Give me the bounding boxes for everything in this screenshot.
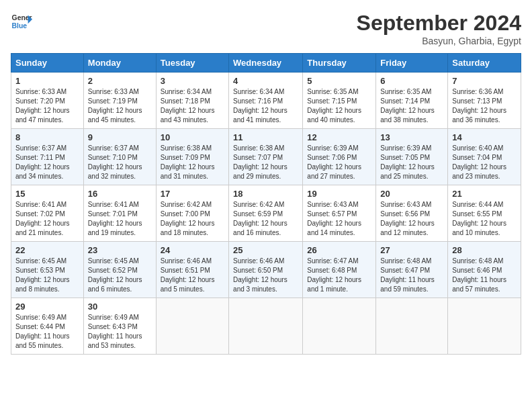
day-info: Sunrise: 6:47 AM Sunset: 6:48 PM Dayligh… xyxy=(307,257,371,294)
calendar-cell xyxy=(376,298,448,355)
day-info: Sunrise: 6:45 AM Sunset: 6:52 PM Dayligh… xyxy=(88,257,152,294)
day-number: 16 xyxy=(88,189,152,199)
day-number: 20 xyxy=(380,189,443,199)
calendar-body: 1Sunrise: 6:33 AM Sunset: 7:20 PM Daylig… xyxy=(11,73,521,355)
day-info: Sunrise: 6:46 AM Sunset: 6:51 PM Dayligh… xyxy=(161,257,224,294)
day-number: 9 xyxy=(88,132,152,142)
day-info: Sunrise: 6:42 AM Sunset: 6:59 PM Dayligh… xyxy=(233,200,298,238)
day-info: Sunrise: 6:38 AM Sunset: 7:09 PM Dayligh… xyxy=(161,144,224,181)
day-number: 30 xyxy=(88,302,152,312)
day-info: Sunrise: 6:48 AM Sunset: 6:46 PM Dayligh… xyxy=(452,257,517,294)
calendar-cell: 10Sunrise: 6:38 AM Sunset: 7:09 PM Dayli… xyxy=(156,129,228,185)
calendar-cell: 4Sunrise: 6:34 AM Sunset: 7:16 PM Daylig… xyxy=(229,73,303,129)
week-row-5: 29Sunrise: 6:49 AM Sunset: 6:44 PM Dayli… xyxy=(11,298,521,355)
day-info: Sunrise: 6:49 AM Sunset: 6:43 PM Dayligh… xyxy=(88,313,152,351)
day-info: Sunrise: 6:39 AM Sunset: 7:06 PM Dayligh… xyxy=(307,144,371,181)
calendar-cell: 8Sunrise: 6:37 AM Sunset: 7:11 PM Daylig… xyxy=(11,129,84,185)
calendar-cell: 18Sunrise: 6:42 AM Sunset: 6:59 PM Dayli… xyxy=(229,185,303,242)
calendar-cell: 24Sunrise: 6:46 AM Sunset: 6:51 PM Dayli… xyxy=(156,242,228,298)
calendar-cell xyxy=(303,298,376,355)
week-row-1: 1Sunrise: 6:33 AM Sunset: 7:20 PM Daylig… xyxy=(11,73,521,129)
month-title: September 2024 xyxy=(357,11,521,36)
calendar-cell: 13Sunrise: 6:39 AM Sunset: 7:05 PM Dayli… xyxy=(376,129,448,185)
week-row-3: 15Sunrise: 6:41 AM Sunset: 7:02 PM Dayli… xyxy=(11,185,521,242)
day-number: 6 xyxy=(380,76,443,86)
day-number: 26 xyxy=(307,245,371,255)
day-info: Sunrise: 6:35 AM Sunset: 7:14 PM Dayligh… xyxy=(380,87,443,125)
day-info: Sunrise: 6:49 AM Sunset: 6:44 PM Dayligh… xyxy=(15,313,79,351)
day-number: 29 xyxy=(15,302,79,312)
day-info: Sunrise: 6:40 AM Sunset: 7:04 PM Dayligh… xyxy=(452,144,517,181)
page-header: General Blue September 2024 Basyun, Ghar… xyxy=(11,11,521,46)
day-info: Sunrise: 6:39 AM Sunset: 7:05 PM Dayligh… xyxy=(380,144,443,181)
day-info: Sunrise: 6:34 AM Sunset: 7:16 PM Dayligh… xyxy=(233,87,298,125)
day-info: Sunrise: 6:34 AM Sunset: 7:18 PM Dayligh… xyxy=(161,87,224,125)
calendar-cell: 29Sunrise: 6:49 AM Sunset: 6:44 PM Dayli… xyxy=(11,298,84,355)
logo-icon: General Blue xyxy=(11,11,32,32)
calendar-cell: 16Sunrise: 6:41 AM Sunset: 7:01 PM Dayli… xyxy=(83,185,156,242)
calendar-cell: 25Sunrise: 6:46 AM Sunset: 6:50 PM Dayli… xyxy=(229,242,303,298)
calendar-cell: 2Sunrise: 6:33 AM Sunset: 7:19 PM Daylig… xyxy=(83,73,156,129)
weekday-header-sunday: Sunday xyxy=(11,54,84,73)
day-number: 14 xyxy=(452,132,517,142)
day-number: 27 xyxy=(380,245,443,255)
day-number: 12 xyxy=(307,132,371,142)
calendar-cell: 6Sunrise: 6:35 AM Sunset: 7:14 PM Daylig… xyxy=(376,73,448,129)
day-number: 7 xyxy=(452,76,517,86)
location: Basyun, Gharbia, Egypt xyxy=(357,36,521,46)
day-number: 21 xyxy=(452,189,517,199)
calendar-cell: 5Sunrise: 6:35 AM Sunset: 7:15 PM Daylig… xyxy=(303,73,376,129)
week-row-2: 8Sunrise: 6:37 AM Sunset: 7:11 PM Daylig… xyxy=(11,129,521,185)
day-info: Sunrise: 6:48 AM Sunset: 6:47 PM Dayligh… xyxy=(380,257,443,294)
calendar-cell: 30Sunrise: 6:49 AM Sunset: 6:43 PM Dayli… xyxy=(83,298,156,355)
day-number: 28 xyxy=(452,245,517,255)
calendar-cell xyxy=(229,298,303,355)
day-number: 15 xyxy=(15,189,79,199)
calendar-cell: 11Sunrise: 6:38 AM Sunset: 7:07 PM Dayli… xyxy=(229,129,303,185)
weekday-header-monday: Monday xyxy=(83,54,156,73)
day-info: Sunrise: 6:33 AM Sunset: 7:20 PM Dayligh… xyxy=(15,87,79,125)
weekday-header-saturday: Saturday xyxy=(448,54,521,73)
day-info: Sunrise: 6:37 AM Sunset: 7:11 PM Dayligh… xyxy=(15,144,79,181)
day-number: 17 xyxy=(161,189,224,199)
title-block: September 2024 Basyun, Gharbia, Egypt xyxy=(357,11,521,46)
calendar-cell: 26Sunrise: 6:47 AM Sunset: 6:48 PM Dayli… xyxy=(303,242,376,298)
calendar-cell: 27Sunrise: 6:48 AM Sunset: 6:47 PM Dayli… xyxy=(376,242,448,298)
day-info: Sunrise: 6:37 AM Sunset: 7:10 PM Dayligh… xyxy=(88,144,152,181)
day-number: 25 xyxy=(233,245,298,255)
calendar-cell: 14Sunrise: 6:40 AM Sunset: 7:04 PM Dayli… xyxy=(448,129,521,185)
day-number: 8 xyxy=(15,132,79,142)
logo: General Blue xyxy=(11,11,32,32)
calendar-cell: 9Sunrise: 6:37 AM Sunset: 7:10 PM Daylig… xyxy=(83,129,156,185)
calendar-cell: 1Sunrise: 6:33 AM Sunset: 7:20 PM Daylig… xyxy=(11,73,84,129)
weekday-header-thursday: Thursday xyxy=(303,54,376,73)
day-number: 3 xyxy=(161,76,224,86)
day-info: Sunrise: 6:36 AM Sunset: 7:13 PM Dayligh… xyxy=(452,87,517,125)
calendar-cell: 12Sunrise: 6:39 AM Sunset: 7:06 PM Dayli… xyxy=(303,129,376,185)
calendar-cell: 22Sunrise: 6:45 AM Sunset: 6:53 PM Dayli… xyxy=(11,242,84,298)
day-number: 1 xyxy=(15,76,79,86)
day-number: 22 xyxy=(15,245,79,255)
day-info: Sunrise: 6:41 AM Sunset: 7:01 PM Dayligh… xyxy=(88,200,152,238)
calendar-cell: 23Sunrise: 6:45 AM Sunset: 6:52 PM Dayli… xyxy=(83,242,156,298)
calendar-cell: 28Sunrise: 6:48 AM Sunset: 6:46 PM Dayli… xyxy=(448,242,521,298)
day-info: Sunrise: 6:41 AM Sunset: 7:02 PM Dayligh… xyxy=(15,200,79,238)
weekday-header-friday: Friday xyxy=(376,54,448,73)
day-number: 13 xyxy=(380,132,443,142)
day-number: 18 xyxy=(233,189,298,199)
calendar-cell: 7Sunrise: 6:36 AM Sunset: 7:13 PM Daylig… xyxy=(448,73,521,129)
day-info: Sunrise: 6:43 AM Sunset: 6:57 PM Dayligh… xyxy=(307,200,371,238)
weekday-header-wednesday: Wednesday xyxy=(229,54,303,73)
day-info: Sunrise: 6:33 AM Sunset: 7:19 PM Dayligh… xyxy=(88,87,152,125)
day-info: Sunrise: 6:43 AM Sunset: 6:56 PM Dayligh… xyxy=(380,200,443,238)
day-info: Sunrise: 6:35 AM Sunset: 7:15 PM Dayligh… xyxy=(307,87,371,125)
week-row-4: 22Sunrise: 6:45 AM Sunset: 6:53 PM Dayli… xyxy=(11,242,521,298)
calendar-table: SundayMondayTuesdayWednesdayThursdayFrid… xyxy=(11,53,521,355)
calendar-cell: 3Sunrise: 6:34 AM Sunset: 7:18 PM Daylig… xyxy=(156,73,228,129)
day-info: Sunrise: 6:45 AM Sunset: 6:53 PM Dayligh… xyxy=(15,257,79,294)
weekday-header-row: SundayMondayTuesdayWednesdayThursdayFrid… xyxy=(11,54,521,73)
day-info: Sunrise: 6:38 AM Sunset: 7:07 PM Dayligh… xyxy=(233,144,298,181)
weekday-header-tuesday: Tuesday xyxy=(156,54,228,73)
day-info: Sunrise: 6:42 AM Sunset: 7:00 PM Dayligh… xyxy=(161,200,224,238)
day-number: 5 xyxy=(307,76,371,86)
